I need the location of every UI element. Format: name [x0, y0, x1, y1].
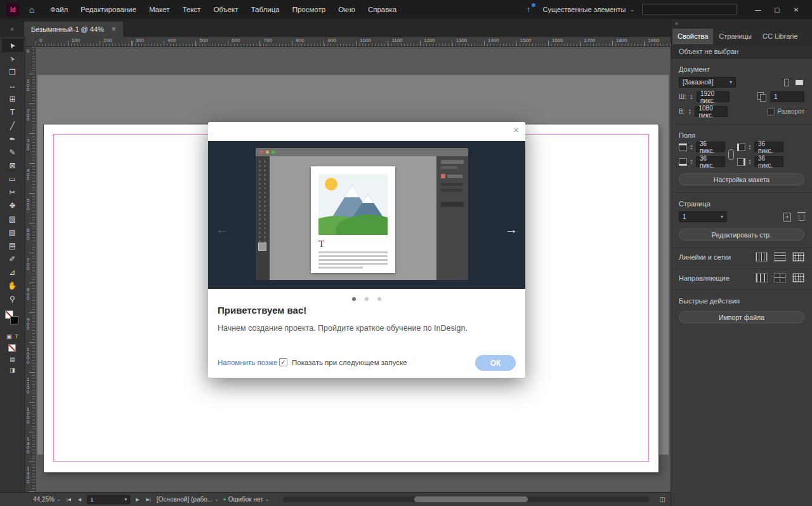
right-dock-toggle-icon[interactable]: »	[671, 19, 812, 29]
column-guides-icon[interactable]	[756, 273, 768, 283]
menu-item-8[interactable]: Справка	[362, 0, 403, 19]
step-down-icon[interactable]: ▾	[689, 162, 694, 165]
view-options-icon[interactable]: ▤	[10, 356, 15, 363]
dialog-close-icon[interactable]: ×	[513, 124, 519, 135]
margin-bottom-stepper[interactable]: ▴ ▾	[689, 159, 694, 165]
margin-right-stepper[interactable]: ▴ ▾	[747, 159, 752, 165]
height-stepper[interactable]: ▴ ▾	[687, 109, 692, 115]
pencil-tool[interactable]: ✎	[2, 145, 23, 159]
margin-left-field[interactable]: 36 пикс.	[754, 142, 783, 152]
margin-top-field[interactable]: 36 пикс.	[696, 142, 725, 152]
search-input[interactable]	[642, 4, 737, 15]
horizontal-scrollbar[interactable]	[283, 496, 649, 502]
next-page-button[interactable]: ▶	[134, 497, 140, 502]
pages-count-field[interactable]: 1	[770, 91, 804, 102]
workspace-switcher[interactable]: Существенные элементы ⌄	[543, 6, 634, 13]
rectangle-tool[interactable]: ▭	[2, 172, 23, 185]
page-number-select[interactable]: 1 ▾	[87, 495, 130, 504]
show-on-startup-checkbox[interactable]: ✓	[279, 358, 287, 366]
screen-mode-icon[interactable]: ◨	[10, 367, 15, 373]
page-select[interactable]: 1 ▾	[679, 211, 727, 222]
gap-tool[interactable]: ↔	[2, 79, 23, 92]
margin-left-stepper[interactable]: ▴ ▾	[747, 144, 752, 150]
last-page-button[interactable]: ▶|	[145, 497, 152, 502]
width-field[interactable]: 1920 пикс.	[697, 91, 730, 102]
measure-tool[interactable]: ⊿	[2, 265, 23, 279]
eyedropper-tool[interactable]: ✐	[2, 252, 23, 265]
menu-item-6[interactable]: Просмотр	[286, 0, 332, 19]
margin-bottom-field[interactable]: 36 пикс.	[696, 156, 725, 167]
rectangle-frame-tool[interactable]: ⊠	[2, 159, 23, 172]
left-dock-toggle-icon[interactable]: »	[0, 25, 24, 37]
home-icon[interactable]: ⌂	[23, 2, 40, 17]
ruler-icon[interactable]	[756, 252, 768, 262]
first-page-button[interactable]: |◀	[65, 497, 72, 502]
scrollbar-thumb[interactable]	[414, 496, 528, 502]
minimize-button[interactable]: —	[749, 3, 768, 17]
menu-item-7[interactable]: Окно	[332, 0, 362, 19]
tab-properties[interactable]: Свойства	[672, 29, 713, 44]
document-preset-select[interactable]: [Заказной] ▾	[679, 77, 736, 88]
zoom-control[interactable]: 44,25% ⌄	[33, 496, 61, 503]
pages-panel-icon[interactable]: ◫	[660, 496, 665, 503]
document-tab[interactable]: Безымянный-1 @ 44% ×	[24, 22, 123, 37]
preflight-profile-menu[interactable]: [Основной] (рабо... ⌄	[157, 496, 219, 503]
free-transform-tool[interactable]: ✥	[2, 199, 23, 212]
step-down-icon[interactable]: ▾	[747, 162, 752, 165]
previous-page-button[interactable]: ◀	[77, 497, 82, 502]
edit-page-button[interactable]: Редактировать стр.	[679, 229, 804, 241]
margin-right-field[interactable]: 36 пикс.	[754, 156, 783, 167]
pen-tool[interactable]: ✒	[2, 132, 23, 145]
formatting-text-icon[interactable]: T	[15, 333, 19, 340]
document-grid-icon[interactable]	[792, 252, 804, 262]
apply-none-swatch[interactable]	[8, 344, 16, 352]
tab-pages[interactable]: Страницы	[714, 29, 757, 44]
baseline-grid-icon[interactable]	[774, 252, 786, 262]
content-collector-tool[interactable]: ⊞	[2, 92, 23, 105]
page-tool[interactable]: ❐	[2, 65, 23, 79]
vertical-ruler[interactable]: 01 0 02 0 03 0 04 0 05 0 06 0 07 0 08 0 …	[25, 47, 36, 492]
gradient-feather-tool[interactable]: ▨	[2, 225, 23, 239]
add-page-button[interactable]: +	[783, 213, 791, 222]
height-field[interactable]: 1080 пикс.	[695, 106, 728, 117]
carousel-dot-2[interactable]	[365, 297, 369, 301]
preflight-status[interactable]: ● Ошибок нет ⌄	[223, 496, 270, 503]
menu-item-2[interactable]: Макет	[143, 0, 176, 19]
hand-tool[interactable]: ✋	[2, 279, 23, 292]
menu-item-5[interactable]: Таблица	[245, 0, 286, 19]
step-down-icon[interactable]: ▾	[689, 97, 694, 100]
orientation-portrait-button[interactable]	[782, 77, 792, 88]
formatting-container-icon[interactable]: ▣	[6, 333, 12, 340]
import-file-button[interactable]: Импорт файла	[679, 311, 804, 323]
maximize-button[interactable]: ▢	[768, 3, 787, 17]
type-tool[interactable]: T	[2, 105, 23, 119]
tab-close-icon[interactable]: ×	[112, 25, 116, 34]
remind-later-link[interactable]: Напомнить позже	[218, 359, 277, 366]
orientation-landscape-button[interactable]	[794, 77, 804, 88]
smart-guides-icon[interactable]	[774, 273, 786, 283]
carousel-next-icon[interactable]: →	[505, 222, 518, 237]
step-down-icon[interactable]: ▾	[689, 147, 694, 150]
margin-top-stepper[interactable]: ▴ ▾	[689, 144, 694, 150]
menu-item-0[interactable]: Файл	[44, 0, 74, 19]
carousel-dot-3[interactable]	[377, 297, 381, 301]
ruler-origin-corner[interactable]	[25, 37, 36, 47]
menu-item-4[interactable]: Объект	[207, 0, 244, 19]
step-down-icon[interactable]: ▾	[747, 147, 752, 150]
carousel-prev-icon[interactable]: ←	[216, 222, 228, 237]
note-tool[interactable]: ▤	[2, 239, 23, 252]
line-tool[interactable]: ╱	[2, 119, 23, 132]
horizontal-ruler[interactable]: 0100200300400500600700800900100011001200…	[36, 37, 671, 47]
guides-grid-icon[interactable]	[792, 273, 804, 283]
link-margins-icon[interactable]	[728, 149, 734, 160]
delete-page-button[interactable]	[799, 215, 804, 221]
facing-pages-checkbox[interactable]	[767, 108, 775, 116]
carousel-dot-1[interactable]	[352, 297, 356, 301]
scissors-tool[interactable]: ✂	[2, 185, 23, 199]
ok-button[interactable]: ОК	[475, 355, 516, 371]
zoom-tool[interactable]: ⚲	[2, 292, 23, 305]
step-down-icon[interactable]: ▾	[687, 112, 692, 115]
share-icon[interactable]: ↑	[521, 3, 535, 17]
menu-item-3[interactable]: Текст	[176, 0, 207, 19]
gradient-swatch-tool[interactable]: ▧	[2, 212, 23, 225]
